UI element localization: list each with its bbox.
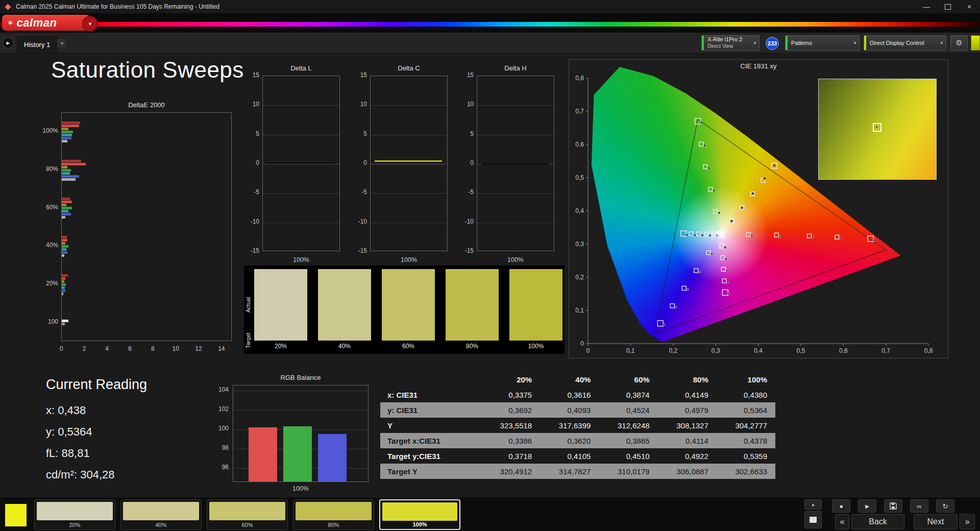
gridline [477,135,554,135]
pattern-swatch-60%[interactable]: 60% [207,499,288,530]
cie-tick-label: 0 [580,340,584,347]
close-button[interactable]: × [959,0,980,13]
measured-point-marker [701,234,703,236]
table-cell: 0,5364 [717,406,775,415]
chart-frame [262,76,340,251]
deltae-bar [62,280,64,283]
deltae-bar [62,293,63,295]
rgb-ytick-label: 98 [206,444,229,451]
measured-point-marker [710,253,713,255]
deltae-bar [62,204,66,206]
pattern-swatch-40%[interactable]: 40% [120,499,202,530]
loop-button[interactable]: ∞ [910,499,928,513]
logo-menu-button[interactable]: ▼ [82,16,98,32]
target-point-marker [699,142,703,146]
table-cell: 0,4510 [599,452,657,461]
deltae-bar [62,274,68,277]
table-cell: 308,1327 [658,421,717,430]
row-label: Y [380,421,481,430]
delta-ytick-label: -10 [451,218,474,225]
deltae-xtick-label: 2 [78,345,90,352]
table-header-row: 20%40%60%80%100% [380,372,775,387]
tab-history-1[interactable]: History 1 [16,36,58,53]
target-point-marker [722,267,726,271]
target-point-marker [682,286,686,290]
next-button[interactable]: Next [914,514,958,529]
target-point-marker [704,232,708,236]
measured-point-marker [839,237,841,239]
target-point-marker [697,232,701,236]
settings-gear-button[interactable]: ⚙ [950,35,968,51]
collapse-up-button[interactable]: ▲ [804,499,822,510]
delta-line [481,163,549,164]
deltae-bar [62,207,72,209]
delta-ytick-label: -5 [451,188,474,196]
side-panel-strip[interactable] [971,35,980,51]
target-point-marker [708,187,713,191]
pattern-window-button[interactable] [804,511,822,528]
calman-logo: ✶ calman ▼ [2,15,90,31]
table-cell: 317,6399 [540,421,599,430]
chart-title: RGB Balance [233,374,369,381]
swatch-label: 100% [509,343,562,350]
pattern-swatch-100%[interactable]: 100% [379,499,460,530]
cie-tick-label: 0,1 [626,347,635,354]
table-row: Y323,5518317,6399312,6248308,1327304,277… [380,418,775,433]
table-row: y: CIE310,36920,40930,45240,49790,5364 [380,402,775,418]
logo-gem-icon: ✶ [7,18,14,28]
deltae-category-label: 80% [20,165,58,173]
meter-count-badge: 233 [766,37,779,50]
back-button[interactable]: Back [851,514,904,529]
deltae-xtick-label: 4 [101,345,113,352]
gridline [371,135,447,135]
delta-ytick-label: 10 [345,101,367,108]
rgb-balance-chart: RGB Balance 100% 1041021009896 [204,373,378,495]
deltae-category-label: 100 [20,318,58,325]
cie-tick-label: 0,3 [575,240,584,248]
deltae-bar [62,140,67,142]
deltae-bar [62,131,73,133]
play-button[interactable]: ▶ [858,499,876,513]
cie-tick-label: 0,4 [575,207,584,214]
row-label: x: CIE31 [380,391,481,399]
meter-dropdown[interactable]: X-Rite i1Pro 2 Direct View ▼ [701,35,760,51]
reading-y: y: 0,5364 [46,425,204,439]
display-control-dropdown[interactable]: Direct Display Control ▼ [864,35,946,51]
stop-button[interactable]: ■ [832,499,850,513]
gridline [477,223,554,223]
deltae-bar [62,137,71,139]
save-button[interactable] [884,499,902,513]
next-chevron-button[interactable]: » [960,514,975,529]
deltae-xtick-label: 14 [215,345,228,352]
cie-tick-label: 0,2 [669,347,677,354]
target-point-marker [694,269,698,273]
patterns-label: Patterns [788,40,851,46]
minimize-button[interactable]: — [916,0,937,13]
target-point-marker [807,234,812,238]
pattern-swatch-20%[interactable]: 20% [34,499,115,530]
deltae-bar [62,242,65,245]
cie-tick-label: 0,1 [575,307,584,314]
swatch-label: 60% [207,522,287,528]
table-cell: 0,4114 [658,437,717,445]
calman-app-window: Calman 2025 Calman Ultimate for Business… [0,0,980,531]
table-cell: 312,6248 [599,421,657,430]
history-nav-button[interactable]: ▶ [3,37,14,49]
saturation-swatch [382,269,435,341]
add-tab-button[interactable]: + [57,39,66,48]
pattern-swatch-80%[interactable]: 80% [293,499,374,530]
measured-point-marker [779,235,781,237]
rgb-ytick-label: 104 [206,386,229,393]
deltae-bar [62,169,71,172]
row-label: Target x:CIE31 [380,437,481,445]
deltae-bar [62,254,64,257]
prev-chevron-button[interactable]: « [835,514,849,529]
chart-frame [370,76,448,251]
delta-ytick-label: -15 [451,247,474,254]
measured-point-marker [751,192,754,195]
current-pattern-preview [5,504,27,526]
patterns-dropdown[interactable]: Patterns ▼ [785,35,860,51]
swatch-color [209,502,285,520]
refresh-button[interactable]: ↻ [936,499,954,513]
maximize-button[interactable] [937,0,959,13]
